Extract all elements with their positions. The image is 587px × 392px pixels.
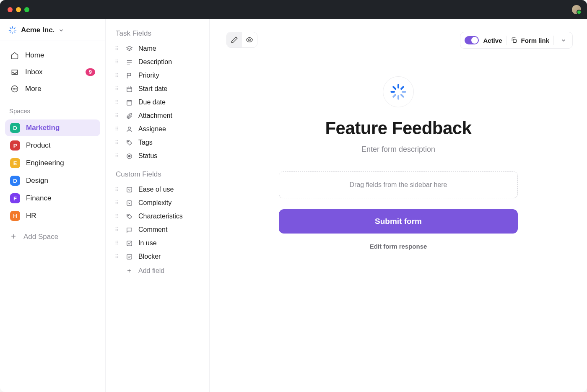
add-field-button[interactable]: ⠿ + Add field — [112, 263, 205, 278]
field-characteristics[interactable]: ⠿Characteristics — [112, 210, 205, 223]
drag-handle-icon[interactable]: ⠿ — [115, 59, 120, 65]
field-tags[interactable]: ⠿Tags — [112, 136, 205, 149]
svg-point-24 — [127, 141, 128, 142]
inbox-badge: 9 — [86, 68, 95, 76]
drag-handle-icon[interactable]: ⠿ — [115, 126, 120, 132]
drag-handle-icon[interactable]: ⠿ — [115, 200, 120, 206]
space-label: Marketing — [26, 124, 60, 132]
field-label: Assignee — [138, 125, 166, 133]
space-item-finance[interactable]: FFinance — [5, 190, 100, 207]
drag-handle-icon[interactable]: ⠿ — [115, 254, 120, 260]
field-label: Comment — [138, 226, 167, 234]
active-toggle[interactable] — [465, 36, 479, 44]
field-drop-zone[interactable]: Drag fields from the sidebar here — [279, 171, 518, 198]
nav-more[interactable]: More — [5, 80, 100, 97]
target-icon — [125, 153, 133, 160]
chevron-down-icon — [59, 28, 64, 33]
close-window-button[interactable] — [8, 7, 13, 12]
drag-handle-icon[interactable]: ⠿ — [115, 86, 120, 92]
space-item-design[interactable]: DDesign — [5, 172, 100, 189]
drag-handle-icon[interactable]: ⠿ — [115, 227, 120, 233]
space-label: Finance — [26, 194, 51, 202]
spaces-heading: Spaces — [0, 97, 105, 119]
divider — [553, 36, 554, 45]
field-in-use[interactable]: ⠿In use — [112, 236, 205, 250]
comment-icon — [125, 226, 133, 234]
drag-handle-icon[interactable]: ⠿ — [115, 153, 120, 159]
edit-mode-button[interactable] — [227, 32, 242, 47]
nav-home[interactable]: Home — [5, 47, 100, 64]
calendar-icon — [125, 86, 133, 93]
minimize-window-button[interactable] — [16, 7, 21, 12]
workspace-switcher[interactable]: Acme Inc. — [0, 19, 105, 41]
edit-response-link[interactable]: Edit form response — [370, 243, 427, 250]
drag-handle-icon[interactable]: ⠿ — [115, 73, 120, 78]
drag-handle-icon[interactable]: ⠿ — [115, 213, 120, 219]
field-label: Start date — [138, 85, 167, 93]
field-ease-of-use[interactable]: ⠿Ease of use — [112, 183, 205, 196]
person-icon — [125, 126, 133, 133]
svg-point-26 — [128, 155, 130, 157]
field-status[interactable]: ⠿Status — [112, 149, 205, 163]
field-due-date[interactable]: ⠿Due date — [112, 96, 205, 109]
maximize-window-button[interactable] — [24, 7, 29, 12]
tag-icon — [125, 213, 133, 220]
layers-icon — [125, 45, 133, 52]
space-item-engineering[interactable]: EEngineering — [5, 155, 100, 171]
pencil-icon — [231, 36, 238, 44]
add-space-button[interactable]: + Add Space — [0, 228, 105, 246]
field-comment[interactable]: ⠿Comment — [112, 223, 205, 236]
field-attachment[interactable]: ⠿Attachment — [112, 109, 205, 122]
copy-icon — [511, 37, 517, 44]
space-item-hr[interactable]: HHR — [5, 208, 100, 224]
space-item-product[interactable]: PProduct — [5, 137, 100, 154]
field-label: Ease of use — [138, 186, 174, 193]
workspace-name: Acme Inc. — [21, 26, 55, 34]
drag-handle-icon[interactable]: ⠿ — [115, 46, 120, 52]
field-blocker[interactable]: ⠿Blocker — [112, 250, 205, 263]
svg-point-9 — [13, 88, 14, 89]
plus-icon: + — [125, 267, 133, 275]
field-name[interactable]: ⠿Name — [112, 42, 205, 55]
nav-home-label: Home — [25, 51, 44, 60]
burst-icon — [390, 83, 407, 100]
form-options-menu[interactable] — [558, 38, 569, 43]
drag-handle-icon[interactable]: ⠿ — [115, 113, 120, 119]
form-link-button[interactable]: Form link — [511, 37, 549, 44]
form-description-placeholder[interactable]: Enter form description — [361, 145, 435, 154]
space-badge: P — [10, 140, 20, 151]
field-label: Due date — [138, 99, 166, 106]
preview-mode-button[interactable] — [242, 32, 257, 47]
svg-line-36 — [393, 87, 395, 89]
space-item-marketing[interactable]: DMarketing — [5, 119, 100, 136]
eye-icon — [246, 36, 253, 44]
field-label: Blocker — [138, 253, 161, 260]
nav-inbox[interactable]: Inbox 9 — [5, 64, 100, 80]
field-assignee[interactable]: ⠿Assignee — [112, 122, 205, 136]
space-label: HR — [26, 212, 36, 220]
drag-handle-icon[interactable]: ⠿ — [115, 187, 120, 192]
form-title[interactable]: Feature Feedback — [325, 118, 471, 138]
view-mode-group — [226, 32, 257, 48]
svg-rect-27 — [127, 187, 131, 192]
user-avatar[interactable] — [572, 5, 581, 14]
svg-point-11 — [16, 88, 17, 89]
field-priority[interactable]: ⠿Priority — [112, 69, 205, 82]
field-label: Characteristics — [138, 213, 183, 220]
field-description[interactable]: ⠿Description — [112, 55, 205, 69]
nav-more-label: More — [25, 85, 42, 93]
svg-point-10 — [14, 88, 15, 89]
drag-handle-icon[interactable]: ⠿ — [115, 140, 120, 145]
space-badge: E — [10, 158, 20, 168]
submit-form-button[interactable]: Submit form — [279, 209, 518, 234]
field-start-date[interactable]: ⠿Start date — [112, 82, 205, 96]
field-label: Status — [138, 152, 157, 160]
drag-handle-icon[interactable]: ⠿ — [115, 240, 120, 246]
svg-rect-28 — [127, 200, 131, 205]
form-logo[interactable] — [383, 76, 414, 107]
field-label: In use — [138, 239, 157, 247]
drag-handle-icon[interactable]: ⠿ — [115, 99, 120, 105]
form-builder-canvas: Active Form link Feature Feedback Enter … — [210, 19, 587, 392]
sidebar: Acme Inc. Home Inbox 9 More Spaces DMark… — [0, 19, 106, 392]
field-complexity[interactable]: ⠿Complexity — [112, 196, 205, 210]
